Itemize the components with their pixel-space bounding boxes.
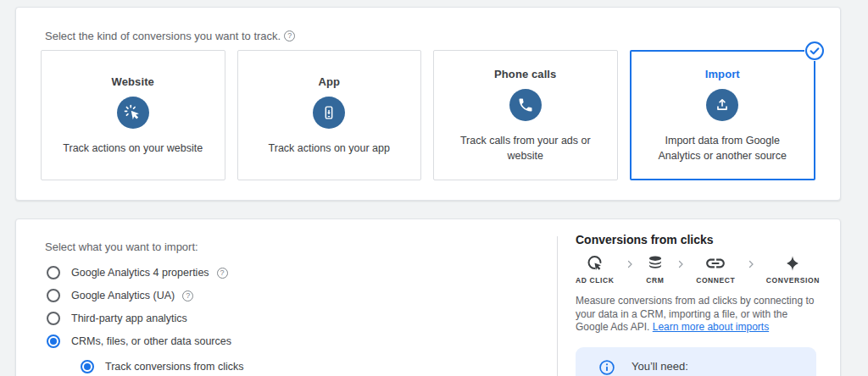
radio-button[interactable]	[81, 360, 94, 373]
help-icon[interactable]: ?	[284, 30, 295, 41]
card-website-title: Website	[112, 75, 154, 88]
info-box-title: You’ll need:	[632, 358, 719, 373]
kind-panel-title: Select the kind of conversions you want …	[45, 30, 295, 42]
card-phone-calls-description: Track calls from your ads or website	[450, 133, 601, 163]
radio-label: Google Analytics (UA)	[71, 290, 175, 301]
import-panel-title: Select what you want to import:	[45, 241, 198, 253]
radio-label: CRMs, files, or other data sources	[71, 335, 231, 347]
info-box-content: You’ll need: conversion date	[632, 358, 719, 376]
chevron-right-icon	[676, 257, 686, 273]
card-import-title: Import	[705, 68, 740, 80]
flow-step-connect: CONNECT	[696, 253, 735, 285]
details-heading: Conversions from clicks	[576, 233, 820, 246]
flow-step-conversion: CONVERSION	[766, 253, 820, 285]
ad-click-icon	[117, 97, 149, 129]
info-icon	[598, 358, 615, 376]
card-phone-calls[interactable]: Phone calls Track calls from your ads or…	[433, 50, 618, 180]
import-options-list: Google Analytics 4 properties ? Google A…	[47, 266, 243, 376]
radio-crms-files[interactable]: CRMs, files, or other data sources	[47, 335, 243, 348]
link-icon	[704, 253, 726, 274]
card-website-description: Track actions on your website	[63, 141, 203, 156]
card-app-description: Track actions on your app	[269, 141, 390, 156]
flow-step-label: CONVERSION	[766, 276, 820, 285]
import-source-panel: Select what you want to import: Google A…	[15, 218, 841, 376]
flow-step-ad-click: AD CLICK	[576, 253, 614, 285]
database-icon	[645, 253, 665, 274]
details-description: Measure conversions from ad clicks by co…	[576, 295, 820, 335]
radio-label: Third-party app analytics	[71, 312, 187, 324]
flow-step-label: CONNECT	[696, 276, 735, 285]
youll-need-info-box: You’ll need: conversion date	[576, 347, 816, 376]
chevron-right-icon	[746, 257, 756, 273]
radio-track-conversions-from-clicks[interactable]: Track conversions from clicks	[81, 360, 243, 373]
flow-step-label: CRM	[646, 276, 664, 285]
vertical-divider	[557, 236, 558, 376]
help-icon[interactable]: ?	[182, 290, 193, 301]
sparkle-icon	[783, 253, 802, 274]
card-app[interactable]: App Track actions on your app	[237, 50, 422, 180]
help-icon[interactable]: ?	[217, 268, 228, 279]
upload-icon	[706, 89, 738, 121]
card-import-description: Import data from Google Analytics or ano…	[647, 133, 798, 163]
conversions-from-clicks-details: Conversions from clicks AD CLICK	[576, 233, 820, 376]
flow-step-crm: CRM	[645, 253, 665, 285]
kind-panel-title-text: Select the kind of conversions you want …	[45, 30, 281, 42]
conversion-kind-cards: Website Track actions on your website Ap…	[41, 50, 815, 180]
radio-label: Google Analytics 4 properties	[71, 267, 209, 279]
radio-button[interactable]	[47, 289, 60, 302]
flow-step-label: AD CLICK	[576, 276, 614, 285]
card-website[interactable]: Website Track actions on your website	[41, 50, 225, 180]
learn-more-link[interactable]: Learn more about imports	[653, 321, 769, 333]
radio-ga-ua[interactable]: Google Analytics (UA) ?	[47, 289, 243, 302]
card-import[interactable]: Import Import data from Google Analytics…	[630, 50, 816, 180]
radio-third-party-app[interactable]: Third-party app analytics	[47, 312, 243, 325]
conversion-kind-panel: Select the kind of conversions you want …	[15, 7, 841, 201]
radio-button[interactable]	[47, 335, 60, 348]
chevron-right-icon	[625, 257, 635, 273]
card-phone-calls-title: Phone calls	[494, 68, 556, 80]
radio-button[interactable]	[47, 266, 60, 279]
radio-ga4-properties[interactable]: Google Analytics 4 properties ?	[47, 266, 243, 279]
radio-label: Track conversions from clicks	[105, 361, 243, 373]
radio-button[interactable]	[47, 312, 60, 325]
ad-click-search-icon	[585, 253, 605, 274]
import-flow-diagram: AD CLICK CRM	[576, 253, 820, 285]
selected-check-icon	[804, 41, 825, 61]
mobile-app-icon	[313, 97, 345, 129]
phone-icon	[509, 89, 542, 121]
card-app-title: App	[318, 75, 340, 88]
